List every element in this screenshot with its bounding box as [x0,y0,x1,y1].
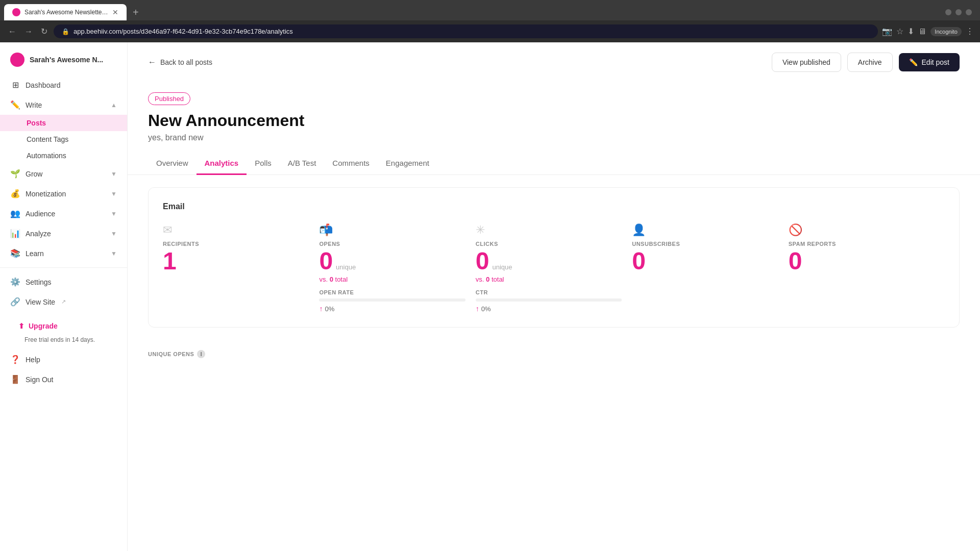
spam-reports-value: 0 [789,249,935,273]
clicks-unique-label: unique [493,263,512,271]
window-controls [941,5,976,19]
sidebar-divider [0,267,127,268]
tab-overview[interactable]: Overview [148,153,197,175]
maximize-button[interactable] [955,9,962,15]
chevron-up-icon: ▲ [111,102,117,109]
toolbar-icons: 📷 ☆ ⬇ 🖥 Incognito ⋮ [882,27,974,36]
opens-vs: vs. 0 total [319,276,465,283]
learn-icon: 📚 [10,248,20,258]
sidebar-item-learn[interactable]: 📚 Learn ▼ [0,243,127,263]
sidebar-item-grow[interactable]: 🌱 Grow ▼ [0,164,127,184]
chevron-down-icon: ▼ [111,190,117,197]
address-bar[interactable]: 🔒 app.beehiiv.com/posts/d3e46a97-f642-4d… [54,24,878,38]
tab-polls[interactable]: Polls [247,153,280,175]
tab-close-button[interactable]: ✕ [112,8,118,16]
sidebar-item-view-site[interactable]: 🔗 View Site ↗ [0,292,127,312]
new-tab-button[interactable]: + [129,5,143,20]
upgrade-section: ⬆ Upgrade Free trial ends in 14 days. [0,312,127,349]
sidebar-item-label: Write [26,101,42,109]
archive-button[interactable]: Archive [847,53,893,72]
tab-ab-test[interactable]: A/B Test [280,153,325,175]
recipients-value: 1 [163,249,309,273]
open-rate-label: OPEN RATE [319,289,465,295]
tabs-nav: Overview Analytics Polls A/B Test Commen… [128,153,980,175]
upgrade-button[interactable]: ⬆ Upgrade [10,318,117,334]
email-section-title: Email [163,202,945,211]
edit-post-button[interactable]: ✏️ Edit post [899,53,960,71]
settings-icon: ⚙️ [10,277,20,287]
open-envelope-icon: 📬 [319,223,465,237]
sidebar-item-analyze[interactable]: 📊 Analyze ▼ [0,223,127,243]
brand-avatar [10,53,24,67]
stats-grid: ✉ RECIPIENTS 1 📬 OPENS 0 unique vs. [163,223,945,313]
close-window-button[interactable] [966,9,972,15]
download-icon[interactable]: ⬇ [908,27,914,36]
more-options-icon[interactable]: ⋮ [966,27,974,36]
sidebar-item-dashboard[interactable]: ⊞ Dashboard [0,75,127,95]
open-rate-pct: 0% [325,305,334,313]
sidebar-item-audience[interactable]: 👥 Audience ▼ [0,204,127,223]
minimize-button[interactable] [945,9,951,15]
sidebar-item-write[interactable]: ✏️ Write ▲ [0,95,127,115]
address-bar-row: ← → ↻ 🔒 app.beehiiv.com/posts/d3e46a97-f… [0,20,980,42]
sign-out-icon: 🚪 [10,374,20,384]
sidebar-item-sign-out[interactable]: 🚪 Sign Out [0,369,127,389]
edit-icon: ✏️ [909,58,918,66]
sidebar-brand: Sarah's Awesome N... [0,48,127,75]
tab-favicon [12,8,20,16]
tab-analytics[interactable]: Analytics [197,153,247,175]
sidebar-item-settings[interactable]: ⚙️ Settings [0,272,127,292]
unique-opens-section: UNIQUE OPENS i [128,340,980,368]
forward-nav-button[interactable]: → [22,25,35,38]
monetization-icon: 💰 [10,189,20,198]
incognito-badge: Incognito [930,27,962,36]
star-icon[interactable]: ☆ [896,27,903,36]
lock-icon: 🔒 [62,28,69,35]
tab-comments[interactable]: Comments [324,153,378,175]
sign-out-label: Sign Out [26,375,53,384]
write-icon: ✏️ [10,100,20,110]
back-to-posts-link[interactable]: ← Back to all posts [148,58,212,67]
sidebar-item-content-tags[interactable]: Content Tags [0,131,127,147]
back-nav-button[interactable]: ← [6,25,18,38]
view-published-button[interactable]: View published [772,53,841,72]
tab-bar: Sarah's Awesome Newsletter - b... ✕ + [0,0,980,20]
sidebar: Sarah's Awesome N... ⊞ Dashboard ✏️ Writ… [0,42,128,551]
content-area: Email ✉ RECIPIENTS 1 📬 OPENS 0 [128,175,980,340]
back-arrow-icon: ← [148,58,156,67]
unique-opens-info-icon[interactable]: i [197,350,205,358]
topbar-actions: View published Archive ✏️ Edit post [772,53,960,72]
grow-icon: 🌱 [10,169,20,179]
person-x-icon: 👤 [632,223,778,237]
post-header: Published New Announcement yes, brand ne… [128,82,980,153]
chevron-down-icon: ▼ [111,210,117,217]
help-icon: ❓ [10,355,20,364]
tab-engagement[interactable]: Engagement [378,153,437,175]
tab-title: Sarah's Awesome Newsletter - b... [24,9,108,16]
screen-icon[interactable]: 🖥 [918,27,926,36]
stat-recipients: ✉ RECIPIENTS 1 [163,223,319,313]
sidebar-item-label: Analyze [26,230,51,238]
open-rate-value: ↑ 0% [319,305,465,313]
browser-tab[interactable]: Sarah's Awesome Newsletter - b... ✕ [4,4,127,20]
upgrade-note: Free trial ends in 14 days. [24,336,117,343]
spam-reports-label: SPAM REPORTS [789,241,935,247]
ctr-bar-bg [476,298,622,302]
unsubscribes-value: 0 [632,249,778,273]
recipients-label: RECIPIENTS [163,241,309,247]
help-label: Help [26,356,40,364]
clicks-label: CLICKS [476,241,622,247]
sidebar-item-automations[interactable]: Automations [0,147,127,164]
camera-icon[interactable]: 📷 [882,27,892,36]
brand-name: Sarah's Awesome N... [30,56,103,64]
sidebar-item-help[interactable]: ❓ Help [0,349,127,369]
chevron-down-icon: ▼ [111,230,117,237]
opens-value: 0 [319,249,333,273]
sidebar-item-monetization[interactable]: 💰 Monetization ▼ [0,184,127,204]
status-badge: Published [148,92,190,105]
sidebar-item-label: Learn [26,249,44,258]
clicks-vs-label: vs. [476,276,484,283]
sidebar-item-posts[interactable]: Posts [0,115,127,131]
reload-button[interactable]: ↻ [39,24,50,38]
analyze-icon: 📊 [10,229,20,238]
